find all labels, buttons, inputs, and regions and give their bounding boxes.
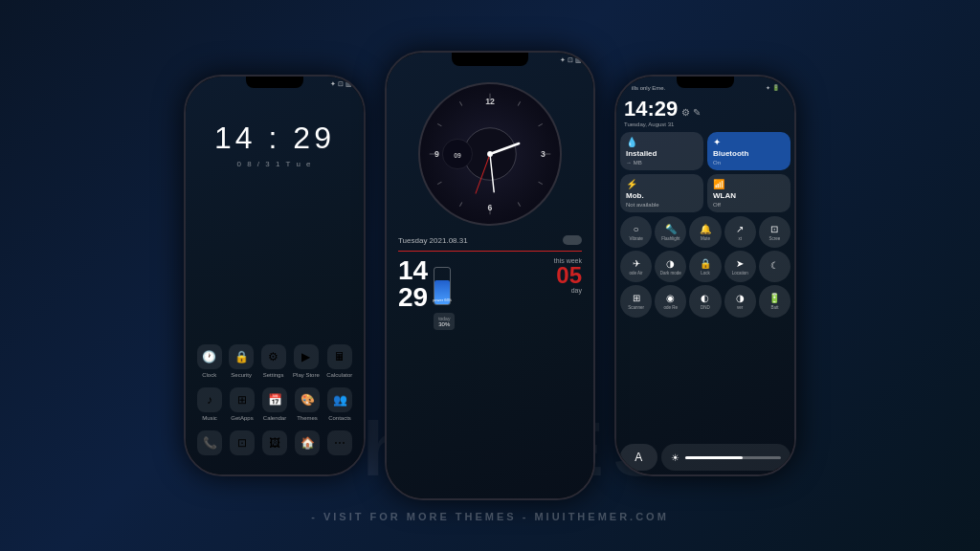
- app-settings[interactable]: ⚙ Settings: [261, 344, 286, 378]
- analog-clock: 12 3 6 9 09: [418, 82, 562, 226]
- cc-tile-installed[interactable]: 💧 Installed → MB: [620, 132, 703, 170]
- week-number: 05: [554, 264, 582, 287]
- cc-bottom-row: A ☀: [620, 444, 791, 471]
- calculator-icon: 🖩: [327, 344, 352, 369]
- today-badge: today 30%: [434, 313, 455, 330]
- settings-gear-icon[interactable]: ⚙: [681, 107, 690, 118]
- settings-icon: ⚙: [261, 344, 286, 369]
- app-themes[interactable]: 🎨 Themes: [295, 387, 320, 421]
- calendar-label: Calendar: [263, 415, 286, 421]
- lock-date: 0 8 / 3 1 T u e: [186, 160, 364, 168]
- lock-icons-grid: 🕐 Clock 🔒 Security ⚙ Settings ▶ Play Sto…: [186, 335, 364, 474]
- ver-icon: ◑: [736, 293, 745, 303]
- app-security[interactable]: 🔒 Security: [229, 344, 254, 378]
- home-icon: 🏠: [295, 430, 320, 455]
- battery-cc-label: Batt: [770, 305, 778, 310]
- clock-label: Clock: [202, 372, 216, 378]
- week-day: day: [554, 287, 582, 294]
- app-playstore[interactable]: ▶ Play Store: [293, 344, 320, 378]
- gallery-icon: 🖼: [262, 430, 287, 455]
- moon-btn[interactable]: ☾: [759, 251, 791, 282]
- cc-buttons-row-1: ○ Vibrate 🔦 Flashlight 🔔 Mute ↗ xt ⊡: [620, 216, 791, 248]
- security-icon: 🔒: [229, 344, 254, 369]
- app-browser[interactable]: ⊡: [230, 430, 255, 455]
- cc-tile-wlan[interactable]: 📶 WLAN Off: [707, 174, 791, 212]
- phones-container: ✦⊡▥ 14 : 29 0 8 / 3 1 T u e 🕐 Clock 🔒 Se…: [184, 51, 796, 500]
- scanner-btn[interactable]: ⊞ Scanner: [620, 285, 652, 317]
- clock-icon: 🕐: [197, 344, 222, 369]
- cc-date: Tuesday, August 31: [624, 121, 701, 127]
- bluetooth-icon: ✦: [713, 137, 785, 147]
- cc-tile-mobile[interactable]: ⚡ Mob. Not available: [620, 174, 703, 212]
- cc-header-icons: ⚙ ✎: [681, 107, 701, 118]
- darkmode-btn[interactable]: ◑ Dark mode: [655, 251, 686, 282]
- app-more[interactable]: ⋯: [327, 430, 352, 455]
- more-icon: ⋯: [327, 430, 352, 455]
- darkmode-label: Dark mode: [660, 271, 681, 276]
- brightness-fill: [685, 456, 743, 459]
- dnd-btn[interactable]: ◐ DND: [689, 285, 721, 317]
- app-getapps[interactable]: ⊞ GetApps: [230, 387, 255, 421]
- widget-toggle[interactable]: [563, 235, 582, 245]
- reading-btn[interactable]: ◉ ode Re: [655, 285, 686, 317]
- app-row-3: 📞 ⊡ 🖼 🏠 ⋯: [193, 430, 356, 455]
- cc-tiles-row-1: 💧 Installed → MB ✦ Bluetooth On: [620, 132, 791, 170]
- browser-icon: ⊡: [230, 430, 255, 455]
- notch-left: [246, 77, 303, 88]
- bluetooth-label: Bluetooth: [713, 149, 785, 158]
- cc-header: 14:29 ⚙ ✎ Tuesday, August 31: [620, 95, 791, 129]
- themes-label: Themes: [297, 415, 318, 421]
- widget-date-bar: Tuesday 2021.08.31: [398, 235, 582, 245]
- xt-btn[interactable]: ↗ xt: [724, 216, 756, 248]
- watermark: - VISIT FOR MORE THEMES - MIUITHEMER.COM: [311, 511, 669, 522]
- vibrate-btn[interactable]: ○ Vibrate: [620, 216, 652, 248]
- screen-btn[interactable]: ⊡ Scree: [759, 216, 791, 248]
- lock-screen: ✦⊡▥ 14 : 29 0 8 / 3 1 T u e 🕐 Clock 🔒 Se…: [186, 77, 364, 474]
- battery-btn[interactable]: 🔋 Batt: [759, 285, 791, 317]
- app-gallery[interactable]: 🖼: [262, 430, 287, 455]
- svg-text:12: 12: [485, 97, 495, 106]
- airplane-btn[interactable]: ✈ ode Air: [620, 251, 652, 282]
- installed-label: Installed: [626, 149, 698, 158]
- lock-btn[interactable]: 🔒 Lock: [689, 251, 721, 282]
- red-separator: [398, 251, 582, 252]
- cc-time: 14:29: [624, 97, 678, 121]
- svg-line-1: [518, 101, 520, 105]
- contacts-label: Contacts: [328, 415, 351, 421]
- app-contacts[interactable]: 👥 Contacts: [327, 387, 352, 421]
- wlan-sub: Off: [713, 202, 785, 208]
- calendar-icon: 📅: [262, 387, 287, 412]
- settings-label: Settings: [263, 372, 284, 378]
- app-phone[interactable]: 📞: [197, 430, 222, 455]
- widget-min: 29: [398, 284, 428, 311]
- status-icons-center: ✦⊡▥: [560, 56, 582, 64]
- app-home[interactable]: 🏠: [295, 430, 320, 455]
- widget-week: this week 05 day: [554, 257, 582, 294]
- dnd-icon: ◐: [701, 293, 709, 303]
- vibrate-icon: ○: [634, 224, 639, 234]
- widget-hour: 14: [398, 257, 428, 284]
- getapps-icon: ⊞: [230, 387, 255, 412]
- flashlight-btn[interactable]: 🔦 Flashlight: [655, 216, 686, 248]
- app-calculator[interactable]: 🖩 Calculator: [326, 344, 352, 378]
- app-music[interactable]: ♪ Music: [197, 387, 222, 421]
- widget-date-text: Tuesday 2021.08.31: [398, 236, 468, 245]
- edit-icon[interactable]: ✎: [693, 107, 701, 118]
- svg-text:3: 3: [541, 149, 546, 159]
- phone-icon: 📞: [197, 430, 222, 455]
- lock-label: Lock: [701, 271, 710, 276]
- svg-line-11: [459, 101, 461, 105]
- contacts-icon: 👥: [327, 387, 352, 412]
- cc-tile-bluetooth[interactable]: ✦ Bluetooth On: [707, 132, 791, 170]
- mute-btn[interactable]: 🔔 Mute: [689, 216, 721, 248]
- cc-brightness-slider[interactable]: ☀: [661, 444, 791, 471]
- app-clock[interactable]: 🕐 Clock: [197, 344, 222, 378]
- app-calendar[interactable]: 📅 Calendar: [262, 387, 287, 421]
- svg-line-8: [437, 182, 441, 184]
- playstore-icon: ▶: [294, 344, 319, 369]
- location-btn[interactable]: ➤ Location: [724, 251, 756, 282]
- today-pct: 30%: [438, 321, 450, 327]
- ver-btn[interactable]: ◑ ver: [724, 285, 756, 317]
- lock-time: 14 : 29: [186, 121, 364, 156]
- lock-icon: 🔒: [700, 258, 711, 269]
